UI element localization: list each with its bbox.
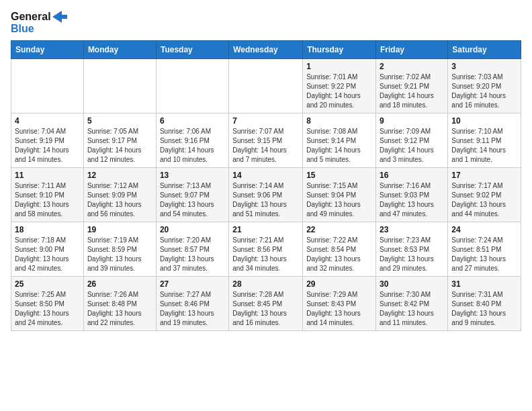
- day-cell-19: 19Sunrise: 7:19 AM Sunset: 8:59 PM Dayli…: [83, 222, 156, 276]
- empty-cell: [11, 58, 84, 113]
- day-number: 19: [87, 225, 152, 234]
- day-cell-10: 10Sunrise: 7:10 AM Sunset: 9:11 PM Dayli…: [448, 113, 521, 167]
- day-number: 13: [160, 171, 225, 180]
- day-number: 6: [160, 116, 225, 126]
- logo-general-text: General: [11, 11, 51, 23]
- day-cell-6: 6Sunrise: 7:06 AM Sunset: 9:16 PM Daylig…: [156, 113, 228, 167]
- week-row-3: 11Sunrise: 7:11 AM Sunset: 9:10 PM Dayli…: [11, 167, 521, 222]
- day-cell-27: 27Sunrise: 7:27 AM Sunset: 8:46 PM Dayli…: [156, 276, 228, 330]
- day-number: 5: [87, 116, 152, 126]
- day-cell-28: 28Sunrise: 7:28 AM Sunset: 8:45 PM Dayli…: [229, 276, 303, 330]
- day-cell-20: 20Sunrise: 7:20 AM Sunset: 8:57 PM Dayli…: [156, 222, 228, 276]
- day-cell-13: 13Sunrise: 7:13 AM Sunset: 9:07 PM Dayli…: [156, 167, 228, 222]
- day-number: 21: [232, 225, 299, 234]
- day-info: Sunrise: 7:29 AM Sunset: 8:43 PM Dayligh…: [306, 290, 372, 328]
- day-number: 20: [160, 225, 225, 234]
- svg-marker-0: [52, 11, 67, 23]
- weekday-header-row: SundayMondayTuesdayWednesdayThursdayFrid…: [11, 40, 521, 58]
- day-info: Sunrise: 7:27 AM Sunset: 8:46 PM Dayligh…: [160, 290, 225, 328]
- day-cell-15: 15Sunrise: 7:15 AM Sunset: 9:04 PM Dayli…: [303, 167, 376, 222]
- logo-arrow-icon: [52, 11, 67, 23]
- day-number: 25: [15, 279, 80, 289]
- day-number: 18: [15, 225, 80, 234]
- day-number: 28: [232, 279, 299, 289]
- day-number: 30: [380, 279, 444, 289]
- day-info: Sunrise: 7:31 AM Sunset: 8:40 PM Dayligh…: [451, 290, 517, 328]
- day-number: 16: [380, 171, 444, 180]
- day-cell-29: 29Sunrise: 7:29 AM Sunset: 8:43 PM Dayli…: [303, 276, 376, 330]
- day-number: 26: [87, 279, 152, 289]
- calendar-table: SundayMondayTuesdayWednesdayThursdayFrid…: [11, 40, 521, 331]
- day-number: 1: [306, 62, 372, 71]
- day-cell-30: 30Sunrise: 7:30 AM Sunset: 8:42 PM Dayli…: [376, 276, 448, 330]
- day-number: 3: [451, 62, 517, 71]
- day-cell-4: 4Sunrise: 7:04 AM Sunset: 9:19 PM Daylig…: [11, 113, 84, 167]
- day-info: Sunrise: 7:17 AM Sunset: 9:02 PM Dayligh…: [451, 181, 517, 219]
- day-cell-2: 2Sunrise: 7:02 AM Sunset: 9:21 PM Daylig…: [376, 58, 448, 113]
- logo: General Blue: [11, 11, 67, 35]
- day-number: 11: [15, 171, 80, 180]
- day-info: Sunrise: 7:20 AM Sunset: 8:57 PM Dayligh…: [160, 236, 225, 273]
- day-cell-21: 21Sunrise: 7:21 AM Sunset: 8:56 PM Dayli…: [229, 222, 303, 276]
- day-cell-25: 25Sunrise: 7:25 AM Sunset: 8:50 PM Dayli…: [11, 276, 84, 330]
- day-cell-22: 22Sunrise: 7:22 AM Sunset: 8:54 PM Dayli…: [303, 222, 376, 276]
- day-cell-1: 1Sunrise: 7:01 AM Sunset: 9:22 PM Daylig…: [303, 58, 376, 113]
- day-info: Sunrise: 7:09 AM Sunset: 9:12 PM Dayligh…: [380, 127, 444, 165]
- empty-cell: [229, 58, 303, 113]
- weekday-header-monday: Monday: [83, 40, 156, 58]
- day-info: Sunrise: 7:04 AM Sunset: 9:19 PM Dayligh…: [15, 127, 80, 165]
- day-cell-9: 9Sunrise: 7:09 AM Sunset: 9:12 PM Daylig…: [376, 113, 448, 167]
- day-info: Sunrise: 7:15 AM Sunset: 9:04 PM Dayligh…: [306, 181, 372, 219]
- day-cell-14: 14Sunrise: 7:14 AM Sunset: 9:06 PM Dayli…: [229, 167, 303, 222]
- day-number: 9: [380, 116, 444, 126]
- day-number: 12: [87, 171, 152, 180]
- day-number: 14: [232, 171, 299, 180]
- day-number: 8: [306, 116, 372, 126]
- weekday-header-friday: Friday: [376, 40, 448, 58]
- day-info: Sunrise: 7:06 AM Sunset: 9:16 PM Dayligh…: [160, 127, 225, 165]
- day-info: Sunrise: 7:13 AM Sunset: 9:07 PM Dayligh…: [160, 181, 225, 219]
- day-info: Sunrise: 7:07 AM Sunset: 9:15 PM Dayligh…: [232, 127, 299, 165]
- day-info: Sunrise: 7:28 AM Sunset: 8:45 PM Dayligh…: [232, 290, 299, 328]
- day-number: 31: [451, 279, 517, 289]
- weekday-header-sunday: Sunday: [11, 40, 84, 58]
- week-row-4: 18Sunrise: 7:18 AM Sunset: 9:00 PM Dayli…: [11, 222, 521, 276]
- day-number: 15: [306, 171, 372, 180]
- day-info: Sunrise: 7:10 AM Sunset: 9:11 PM Dayligh…: [451, 127, 517, 165]
- day-cell-7: 7Sunrise: 7:07 AM Sunset: 9:15 PM Daylig…: [229, 113, 303, 167]
- day-number: 22: [306, 225, 372, 234]
- weekday-header-wednesday: Wednesday: [229, 40, 303, 58]
- day-info: Sunrise: 7:25 AM Sunset: 8:50 PM Dayligh…: [15, 290, 80, 328]
- day-info: Sunrise: 7:05 AM Sunset: 9:17 PM Dayligh…: [87, 127, 152, 165]
- day-info: Sunrise: 7:03 AM Sunset: 9:20 PM Dayligh…: [451, 73, 517, 110]
- day-cell-17: 17Sunrise: 7:17 AM Sunset: 9:02 PM Dayli…: [448, 167, 521, 222]
- weekday-header-saturday: Saturday: [448, 40, 521, 58]
- logo-blue-text: Blue: [11, 23, 67, 35]
- day-cell-8: 8Sunrise: 7:08 AM Sunset: 9:14 PM Daylig…: [303, 113, 376, 167]
- empty-cell: [156, 58, 228, 113]
- day-cell-23: 23Sunrise: 7:23 AM Sunset: 8:53 PM Dayli…: [376, 222, 448, 276]
- week-row-2: 4Sunrise: 7:04 AM Sunset: 9:19 PM Daylig…: [11, 113, 521, 167]
- day-number: 23: [380, 225, 444, 234]
- day-number: 7: [232, 116, 299, 126]
- day-number: 29: [306, 279, 372, 289]
- page-header: General Blue: [11, 11, 521, 35]
- day-cell-26: 26Sunrise: 7:26 AM Sunset: 8:48 PM Dayli…: [83, 276, 156, 330]
- day-info: Sunrise: 7:12 AM Sunset: 9:09 PM Dayligh…: [87, 181, 152, 219]
- day-number: 4: [15, 116, 80, 126]
- day-info: Sunrise: 7:19 AM Sunset: 8:59 PM Dayligh…: [87, 236, 152, 273]
- weekday-header-thursday: Thursday: [303, 40, 376, 58]
- day-number: 27: [160, 279, 225, 289]
- day-cell-31: 31Sunrise: 7:31 AM Sunset: 8:40 PM Dayli…: [448, 276, 521, 330]
- day-cell-12: 12Sunrise: 7:12 AM Sunset: 9:09 PM Dayli…: [83, 167, 156, 222]
- day-cell-24: 24Sunrise: 7:24 AM Sunset: 8:51 PM Dayli…: [448, 222, 521, 276]
- day-cell-5: 5Sunrise: 7:05 AM Sunset: 9:17 PM Daylig…: [83, 113, 156, 167]
- day-number: 24: [451, 225, 517, 234]
- day-info: Sunrise: 7:26 AM Sunset: 8:48 PM Dayligh…: [87, 290, 152, 328]
- day-cell-18: 18Sunrise: 7:18 AM Sunset: 9:00 PM Dayli…: [11, 222, 84, 276]
- day-info: Sunrise: 7:01 AM Sunset: 9:22 PM Dayligh…: [306, 73, 372, 110]
- week-row-1: 1Sunrise: 7:01 AM Sunset: 9:22 PM Daylig…: [11, 58, 521, 113]
- day-cell-11: 11Sunrise: 7:11 AM Sunset: 9:10 PM Dayli…: [11, 167, 84, 222]
- day-number: 10: [451, 116, 517, 126]
- week-row-5: 25Sunrise: 7:25 AM Sunset: 8:50 PM Dayli…: [11, 276, 521, 330]
